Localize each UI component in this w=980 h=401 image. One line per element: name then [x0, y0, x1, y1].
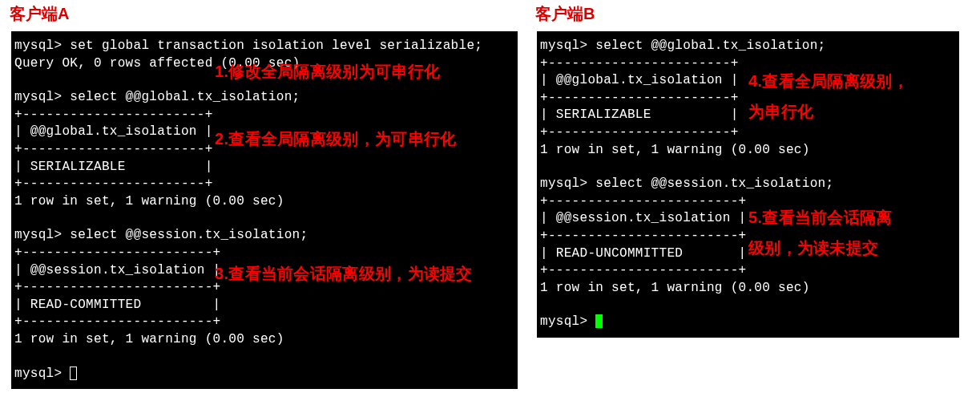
client-b-title: 客户端B: [535, 3, 962, 25]
screenshot-root: 客户端A mysql> set global transaction isola…: [8, 3, 972, 392]
terminal-line: +------------------------+: [540, 262, 959, 280]
terminal-prompt: mysql>: [14, 367, 70, 381]
terminal-line: 1 row in set, 1 warning (0.00 sec): [540, 280, 959, 298]
terminal-line: +------------------------+: [14, 314, 518, 331]
terminal-line: mysql> set global transaction isolation …: [14, 38, 518, 55]
terminal-line: 1 row in set, 1 warning (0.00 sec): [14, 193, 518, 211]
terminal-line: mysql> select @@session.tx_isolation;: [14, 227, 518, 245]
client-a-column: 客户端A mysql> set global transaction isola…: [8, 3, 521, 392]
terminal-line: +-----------------------+: [540, 55, 959, 73]
terminal-prompt-line: mysql>: [540, 314, 959, 331]
terminal-line: | READ-COMMITTED |: [14, 297, 518, 314]
client-b-terminal[interactable]: mysql> select @@global.tx_isolation; +--…: [534, 28, 962, 341]
terminal-prompt: mysql>: [540, 314, 595, 329]
client-a-terminal[interactable]: mysql> set global transaction isolation …: [8, 28, 521, 392]
terminal-line: 1 row in set, 1 warning (0.00 sec): [14, 331, 518, 349]
client-b-column: 客户端B mysql> select @@global.tx_isolation…: [534, 3, 962, 341]
terminal-line: +-----------------------+: [540, 124, 959, 142]
annotation-4-line2: 为串行化: [748, 102, 813, 122]
terminal-line: 1 row in set, 1 warning (0.00 sec): [540, 142, 959, 160]
terminal-prompt-line: mysql>: [14, 366, 518, 383]
terminal-line: +------------------------+: [14, 245, 518, 262]
terminal-line: [14, 210, 518, 227]
terminal-line: [540, 159, 959, 176]
terminal-line: mysql> select @@global.tx_isolation;: [540, 38, 959, 55]
cursor-icon: [70, 367, 77, 380]
terminal-line: [14, 349, 518, 366]
annotation-5-line1: 5.查看当前会话隔离: [748, 208, 893, 228]
terminal-line: [540, 297, 959, 314]
annotation-5-line2: 级别，为读未提交: [748, 238, 878, 258]
annotation-3: 3.查看当前会话隔离级别，为读提交: [215, 264, 473, 284]
annotation-4-line1: 4.查看全局隔离级别，: [748, 71, 909, 91]
terminal-line: mysql> select @@global.tx_isolation;: [14, 89, 518, 107]
terminal-line: +-----------------------+: [14, 176, 518, 193]
annotation-2: 2.查看全局隔离级别，为可串行化: [215, 129, 456, 149]
terminal-line: +-----------------------+: [14, 107, 518, 124]
terminal-line: | SERIALIZABLE |: [14, 159, 518, 176]
annotation-1: 1.修改全局隔离级别为可串行化: [215, 62, 440, 82]
terminal-line: mysql> select @@session.tx_isolation;: [540, 176, 959, 193]
client-a-title: 客户端A: [10, 3, 521, 25]
cursor-icon: [595, 314, 603, 328]
